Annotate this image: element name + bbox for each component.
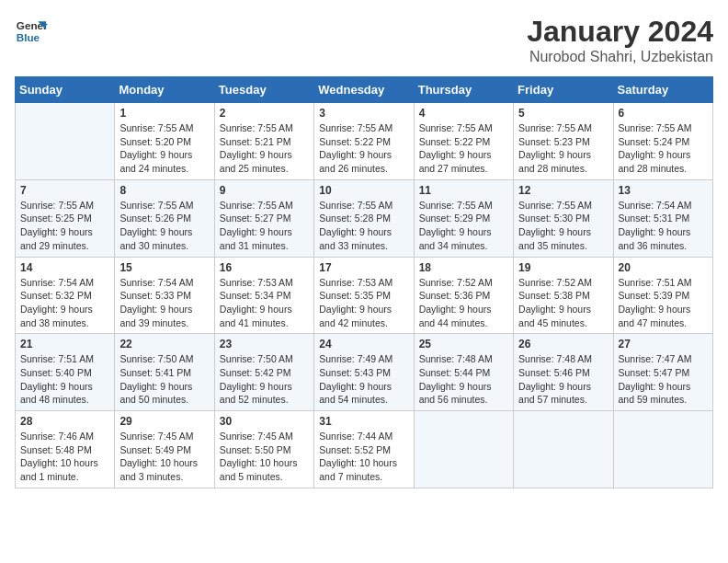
day-detail: Sunrise: 7:44 AMSunset: 5:52 PMDaylight:… xyxy=(319,430,408,484)
col-header-sunday: Sunday xyxy=(16,77,115,103)
calendar-header-row: SundayMondayTuesdayWednesdayThursdayFrid… xyxy=(16,77,713,103)
day-number: 6 xyxy=(619,107,708,120)
calendar-cell: 6Sunrise: 7:55 AMSunset: 5:24 PMDaylight… xyxy=(613,103,712,180)
day-detail: Sunrise: 7:55 AMSunset: 5:25 PMDaylight:… xyxy=(20,199,109,253)
day-detail: Sunrise: 7:52 AMSunset: 5:38 PMDaylight:… xyxy=(518,276,608,330)
day-detail: Sunrise: 7:46 AMSunset: 5:48 PMDaylight:… xyxy=(20,430,109,484)
calendar-cell: 14Sunrise: 7:54 AMSunset: 5:32 PMDayligh… xyxy=(16,257,115,334)
calendar-cell: 9Sunrise: 7:55 AMSunset: 5:27 PMDaylight… xyxy=(214,179,313,257)
day-detail: Sunrise: 7:55 AMSunset: 5:30 PMDaylight:… xyxy=(518,199,608,253)
col-header-tuesday: Tuesday xyxy=(214,77,313,103)
title-area: January 2024 Nurobod Shahri, Uzbekistan xyxy=(527,15,713,65)
week-row-4: 21Sunrise: 7:51 AMSunset: 5:40 PMDayligh… xyxy=(16,334,713,411)
day-detail: Sunrise: 7:55 AMSunset: 5:22 PMDaylight:… xyxy=(419,121,508,176)
day-detail: Sunrise: 7:45 AMSunset: 5:49 PMDaylight:… xyxy=(119,430,209,484)
day-number: 24 xyxy=(319,338,408,350)
day-detail: Sunrise: 7:55 AMSunset: 5:29 PMDaylight:… xyxy=(419,199,508,253)
day-detail: Sunrise: 7:50 AMSunset: 5:41 PMDaylight:… xyxy=(119,352,209,407)
day-number: 14 xyxy=(20,261,109,274)
day-number: 26 xyxy=(518,338,608,350)
calendar-cell: 7Sunrise: 7:55 AMSunset: 5:25 PMDaylight… xyxy=(16,179,115,257)
calendar-cell: 30Sunrise: 7:45 AMSunset: 5:50 PMDayligh… xyxy=(214,411,313,488)
calendar-cell xyxy=(414,411,513,488)
day-detail: Sunrise: 7:50 AMSunset: 5:42 PMDaylight:… xyxy=(220,352,309,407)
logo-icon: General Blue xyxy=(15,15,48,48)
calendar-cell: 2Sunrise: 7:55 AMSunset: 5:21 PMDaylight… xyxy=(214,103,313,180)
day-number: 25 xyxy=(419,338,508,350)
day-number: 27 xyxy=(619,338,708,350)
calendar-cell: 3Sunrise: 7:55 AMSunset: 5:22 PMDaylight… xyxy=(314,103,414,180)
day-number: 21 xyxy=(20,338,109,350)
calendar-cell: 27Sunrise: 7:47 AMSunset: 5:47 PMDayligh… xyxy=(613,334,712,411)
day-number: 10 xyxy=(319,184,408,197)
calendar-cell: 26Sunrise: 7:48 AMSunset: 5:46 PMDayligh… xyxy=(514,334,613,411)
day-number: 19 xyxy=(518,261,608,274)
col-header-monday: Monday xyxy=(115,77,214,103)
subtitle: Nurobod Shahri, Uzbekistan xyxy=(527,49,713,65)
calendar-cell: 21Sunrise: 7:51 AMSunset: 5:40 PMDayligh… xyxy=(16,334,115,411)
day-number: 17 xyxy=(319,261,408,274)
calendar-cell: 13Sunrise: 7:54 AMSunset: 5:31 PMDayligh… xyxy=(613,179,712,257)
calendar-cell xyxy=(613,411,712,488)
day-detail: Sunrise: 7:55 AMSunset: 5:20 PMDaylight:… xyxy=(119,121,209,176)
day-detail: Sunrise: 7:54 AMSunset: 5:33 PMDaylight:… xyxy=(119,276,209,330)
day-detail: Sunrise: 7:55 AMSunset: 5:24 PMDaylight:… xyxy=(619,121,708,176)
calendar-cell: 18Sunrise: 7:52 AMSunset: 5:36 PMDayligh… xyxy=(414,257,513,334)
day-number: 1 xyxy=(119,107,209,120)
day-number: 22 xyxy=(119,338,209,350)
day-number: 30 xyxy=(220,415,309,428)
day-detail: Sunrise: 7:45 AMSunset: 5:50 PMDaylight:… xyxy=(220,430,309,484)
calendar-cell: 29Sunrise: 7:45 AMSunset: 5:49 PMDayligh… xyxy=(115,411,214,488)
day-number: 5 xyxy=(518,107,608,120)
day-number: 16 xyxy=(220,261,309,274)
col-header-friday: Friday xyxy=(514,77,613,103)
day-detail: Sunrise: 7:53 AMSunset: 5:35 PMDaylight:… xyxy=(319,276,408,330)
col-header-saturday: Saturday xyxy=(613,77,712,103)
calendar-cell: 25Sunrise: 7:48 AMSunset: 5:44 PMDayligh… xyxy=(414,334,513,411)
week-row-1: 1Sunrise: 7:55 AMSunset: 5:20 PMDaylight… xyxy=(16,103,713,180)
calendar-table: SundayMondayTuesdayWednesdayThursdayFrid… xyxy=(15,76,713,488)
day-number: 31 xyxy=(319,415,408,428)
day-detail: Sunrise: 7:54 AMSunset: 5:32 PMDaylight:… xyxy=(20,276,109,330)
day-number: 11 xyxy=(419,184,508,197)
day-detail: Sunrise: 7:48 AMSunset: 5:46 PMDaylight:… xyxy=(518,352,608,407)
calendar-cell: 24Sunrise: 7:49 AMSunset: 5:43 PMDayligh… xyxy=(314,334,414,411)
day-detail: Sunrise: 7:51 AMSunset: 5:39 PMDaylight:… xyxy=(619,276,708,330)
day-detail: Sunrise: 7:55 AMSunset: 5:28 PMDaylight:… xyxy=(319,199,408,253)
day-detail: Sunrise: 7:49 AMSunset: 5:43 PMDaylight:… xyxy=(319,352,408,407)
calendar-cell: 4Sunrise: 7:55 AMSunset: 5:22 PMDaylight… xyxy=(414,103,513,180)
svg-text:Blue: Blue xyxy=(17,31,40,43)
week-row-3: 14Sunrise: 7:54 AMSunset: 5:32 PMDayligh… xyxy=(16,257,713,334)
day-number: 2 xyxy=(220,107,309,120)
calendar-cell: 5Sunrise: 7:55 AMSunset: 5:23 PMDaylight… xyxy=(514,103,613,180)
day-number: 29 xyxy=(119,415,209,428)
calendar-cell xyxy=(16,103,115,180)
calendar-cell: 19Sunrise: 7:52 AMSunset: 5:38 PMDayligh… xyxy=(514,257,613,334)
day-number: 18 xyxy=(419,261,508,274)
calendar-cell xyxy=(514,411,613,488)
calendar-cell: 22Sunrise: 7:50 AMSunset: 5:41 PMDayligh… xyxy=(115,334,214,411)
logo: General Blue xyxy=(15,15,48,48)
day-number: 15 xyxy=(119,261,209,274)
day-detail: Sunrise: 7:48 AMSunset: 5:44 PMDaylight:… xyxy=(419,352,508,407)
day-number: 8 xyxy=(119,184,209,197)
calendar-cell: 31Sunrise: 7:44 AMSunset: 5:52 PMDayligh… xyxy=(314,411,414,488)
calendar-cell: 1Sunrise: 7:55 AMSunset: 5:20 PMDaylight… xyxy=(115,103,214,180)
page-header: General Blue January 2024 Nurobod Shahri… xyxy=(15,15,713,65)
calendar-cell: 23Sunrise: 7:50 AMSunset: 5:42 PMDayligh… xyxy=(214,334,313,411)
day-detail: Sunrise: 7:51 AMSunset: 5:40 PMDaylight:… xyxy=(20,352,109,407)
calendar-cell: 12Sunrise: 7:55 AMSunset: 5:30 PMDayligh… xyxy=(514,179,613,257)
day-number: 13 xyxy=(619,184,708,197)
day-number: 4 xyxy=(419,107,508,120)
calendar-cell: 8Sunrise: 7:55 AMSunset: 5:26 PMDaylight… xyxy=(115,179,214,257)
day-number: 7 xyxy=(20,184,109,197)
main-title: January 2024 xyxy=(527,15,713,49)
day-detail: Sunrise: 7:47 AMSunset: 5:47 PMDaylight:… xyxy=(619,352,708,407)
calendar-cell: 17Sunrise: 7:53 AMSunset: 5:35 PMDayligh… xyxy=(314,257,414,334)
day-detail: Sunrise: 7:55 AMSunset: 5:21 PMDaylight:… xyxy=(220,121,309,176)
col-header-thursday: Thursday xyxy=(414,77,513,103)
col-header-wednesday: Wednesday xyxy=(314,77,414,103)
day-detail: Sunrise: 7:55 AMSunset: 5:27 PMDaylight:… xyxy=(220,199,309,253)
calendar-cell: 20Sunrise: 7:51 AMSunset: 5:39 PMDayligh… xyxy=(613,257,712,334)
day-number: 9 xyxy=(220,184,309,197)
